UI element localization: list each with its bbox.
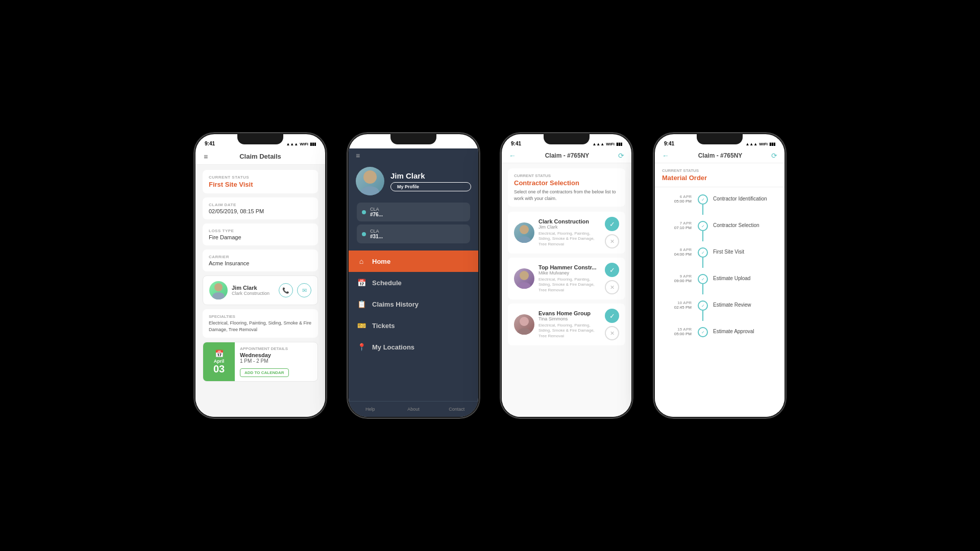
footer-help[interactable]: Help	[349, 402, 392, 417]
calendar-icon: 📅	[215, 349, 224, 358]
contractor-card-1: Clark Construction Jim Clark Electrical,…	[508, 212, 625, 254]
contractor-avatar	[209, 281, 228, 299]
p3-status-card: CURRENT STATUS Contractor Selection Sele…	[508, 168, 625, 207]
notch-4	[697, 134, 743, 144]
timeline-line-1	[702, 231, 703, 241]
username: Jim Clark	[390, 171, 471, 180]
select-contractor-3-button[interactable]: ✓	[605, 309, 619, 323]
status-icons-1: ▲▲▲ WiFi ▮▮▮	[286, 142, 316, 146]
p2-footer: Help About Contact	[349, 401, 478, 417]
current-status-value: First Site Visit	[209, 181, 312, 188]
nav-item-home[interactable]: ⌂ Home	[349, 251, 478, 272]
contractor-spec-2: Electrical, Flooring, Painting, Siding, …	[538, 277, 601, 293]
svg-point-3	[361, 186, 379, 195]
select-contractor-1-button[interactable]: ✓	[605, 217, 619, 231]
contractor-person-2: Mike Mulvaney	[538, 270, 601, 276]
timeline-hour-1: 07:10 PM	[662, 226, 692, 230]
email-button[interactable]: ✉	[297, 283, 311, 297]
claim-preview-2[interactable]: CLA #31...	[357, 224, 470, 243]
contractor-company: Clark Construction	[232, 291, 275, 296]
add-to-calendar-button[interactable]: ADD TO CALENDAR	[240, 368, 289, 377]
p1-header: ≡ Claim Details	[195, 148, 325, 165]
timeline-event-label-0: Contractor Identification	[709, 194, 767, 202]
reject-contractor-1-button[interactable]: ✕	[605, 234, 619, 248]
hamburger-icon-2[interactable]: ≡	[356, 152, 360, 160]
timeline-hour-4: 02:45 PM	[662, 305, 692, 310]
time-1: 9:41	[205, 141, 215, 146]
timeline-event-label-2: First Site Visit	[709, 247, 744, 255]
current-status-card: CURRENT STATUS First Site Visit	[203, 170, 318, 193]
carrier-value: Acme Insurance	[209, 260, 312, 266]
notch-3	[544, 134, 590, 144]
signal-icon-2: ▲▲▲	[439, 142, 451, 146]
footer-about[interactable]: About	[392, 402, 435, 417]
battery-icon-2: ▮▮▮	[463, 142, 469, 146]
contractor-card-2: Top Hammer Constr... Mike Mulvaney Elect…	[508, 258, 625, 299]
loss-type-card: LOSS TYPE Fire Damage	[203, 223, 318, 245]
footer-contact[interactable]: Contact	[435, 402, 478, 417]
battery-icon-3: ▮▮▮	[616, 142, 622, 146]
svg-point-8	[520, 317, 529, 326]
timeline-item-0: 6 APR05:00 PM✓Contractor Identification	[655, 191, 785, 218]
reject-contractor-3-button[interactable]: ✕	[605, 326, 619, 340]
phone-3: 9:41 ▲▲▲ WiFi ▮▮▮ ← Claim - #765NY ⟳ CUR…	[500, 133, 633, 418]
loss-type-value: Fire Damage	[209, 234, 312, 240]
p4-screen: ← Claim - #765NY ⟳ CURRENT STATUS Materi…	[655, 148, 785, 417]
p4-header: ← Claim - #765NY ⟳	[655, 148, 785, 163]
svg-point-6	[520, 271, 529, 280]
timeline-dot-col-2: ✓	[697, 247, 709, 268]
call-button[interactable]: 📞	[279, 283, 293, 297]
contractor-avatar-1	[514, 222, 534, 243]
nav-item-my-locations[interactable]: 📍 My Locations	[349, 336, 478, 358]
nav-item-tickets[interactable]: 🎫 Tickets	[349, 315, 478, 336]
back-button-4[interactable]: ←	[662, 152, 669, 160]
time-4: 9:41	[664, 141, 674, 146]
current-status-label: CURRENT STATUS	[209, 175, 312, 180]
user-avatar	[356, 167, 384, 195]
back-button-3[interactable]: ←	[509, 152, 516, 160]
page-title: Claim Details	[239, 153, 281, 160]
p4-status-card: CURRENT STATUS Material Order	[655, 163, 785, 187]
tickets-icon: 🎫	[357, 321, 366, 330]
timeline-line-3	[702, 284, 703, 294]
p3-status-desc: Select one of the contractors from the b…	[514, 189, 619, 202]
claim-preview-1[interactable]: CLA #76...	[357, 203, 470, 221]
hamburger-icon[interactable]: ≡	[204, 153, 208, 161]
nav-item-schedule[interactable]: 📅 Schedule	[349, 272, 478, 293]
timeline-item-1: 7 APR07:10 PM✓Contractor Selection	[655, 218, 785, 244]
timeline-hour-3: 09:00 PM	[662, 279, 692, 283]
contractor-card: Jim Clark Clark Construction 📞 ✉	[203, 276, 318, 305]
p4-status-value: Material Order	[662, 174, 777, 182]
history-icon-4[interactable]: ⟳	[771, 152, 777, 160]
user-info: Jim Clark My Profile	[390, 171, 471, 191]
select-contractor-2-button[interactable]: ✓	[605, 263, 619, 277]
contractor-spec-1: Electrical, Flooring, Painting, Siding, …	[538, 231, 601, 247]
notch-1	[237, 134, 283, 144]
nav-schedule-label: Schedule	[372, 279, 402, 287]
specialties-label: SPECIALTIES	[209, 314, 312, 319]
timeline-hour-5: 05:00 PM	[662, 332, 692, 336]
phone-2: 9:41 ▲▲▲ WiFi ▮▮▮ ≡	[347, 133, 480, 418]
timeline-circle-5: ✓	[698, 327, 708, 337]
timeline-circle-3: ✓	[698, 274, 708, 284]
claim-dot-1	[362, 210, 366, 214]
timeline-event-label-3: Estimate Upload	[709, 274, 750, 281]
appointment-day: Wednesday	[240, 352, 312, 358]
avatar-svg	[209, 281, 228, 299]
appointment-time: 1 PM - 2 PM	[240, 358, 312, 364]
claim-num-2: CLA #31...	[370, 229, 383, 239]
timeline-time-4: 10 APR02:45 PM	[662, 300, 697, 310]
specialties-value: Electrical, Flooring, Painting, Siding, …	[209, 320, 312, 333]
nav-item-claims-history[interactable]: 📋 Claims History	[349, 293, 478, 315]
p2-nav: ⌂ Home 📅 Schedule 📋 Claims History 🎫 Tic…	[349, 251, 478, 401]
appointment-day-num: 03	[213, 364, 225, 374]
history-icon-3[interactable]: ⟳	[618, 152, 624, 160]
appointment-label: APPOINTMENT DETAILS	[240, 346, 312, 351]
timeline-item-2: 8 APR04:00 PM✓First Site Visit	[655, 244, 785, 271]
reject-contractor-2-button[interactable]: ✕	[605, 280, 619, 294]
timeline-date-5: 15 APR	[662, 327, 692, 332]
my-profile-button[interactable]: My Profile	[390, 182, 471, 191]
nav-locations-label: My Locations	[372, 343, 414, 351]
nav-home-label: Home	[372, 258, 390, 265]
timeline-time-0: 6 APR05:00 PM	[662, 194, 697, 204]
